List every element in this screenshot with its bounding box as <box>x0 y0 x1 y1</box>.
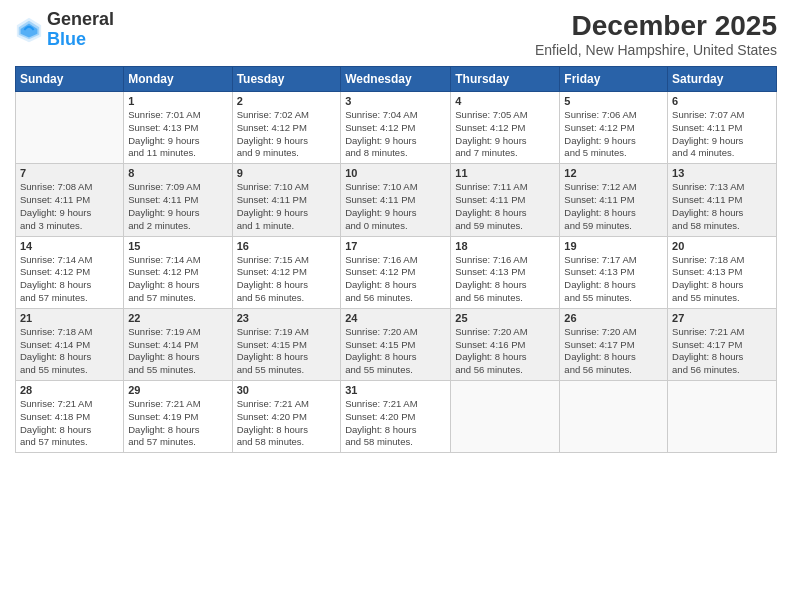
day-info: Sunrise: 7:06 AMSunset: 4:12 PMDaylight:… <box>564 109 663 160</box>
day-info: Sunrise: 7:20 AMSunset: 4:17 PMDaylight:… <box>564 326 663 377</box>
weekday-header-saturday: Saturday <box>668 67 777 92</box>
calendar-cell: 12Sunrise: 7:12 AMSunset: 4:11 PMDayligh… <box>560 164 668 236</box>
day-info: Sunrise: 7:02 AMSunset: 4:12 PMDaylight:… <box>237 109 337 160</box>
day-info: Sunrise: 7:14 AMSunset: 4:12 PMDaylight:… <box>20 254 119 305</box>
calendar-cell: 7Sunrise: 7:08 AMSunset: 4:11 PMDaylight… <box>16 164 124 236</box>
day-number: 4 <box>455 95 555 107</box>
weekday-header-thursday: Thursday <box>451 67 560 92</box>
day-info: Sunrise: 7:08 AMSunset: 4:11 PMDaylight:… <box>20 181 119 232</box>
calendar-cell: 25Sunrise: 7:20 AMSunset: 4:16 PMDayligh… <box>451 308 560 380</box>
calendar-cell: 30Sunrise: 7:21 AMSunset: 4:20 PMDayligh… <box>232 381 341 453</box>
day-number: 13 <box>672 167 772 179</box>
week-row-1: 1Sunrise: 7:01 AMSunset: 4:13 PMDaylight… <box>16 92 777 164</box>
day-info: Sunrise: 7:11 AMSunset: 4:11 PMDaylight:… <box>455 181 555 232</box>
day-info: Sunrise: 7:12 AMSunset: 4:11 PMDaylight:… <box>564 181 663 232</box>
day-info: Sunrise: 7:16 AMSunset: 4:13 PMDaylight:… <box>455 254 555 305</box>
calendar-cell: 1Sunrise: 7:01 AMSunset: 4:13 PMDaylight… <box>124 92 232 164</box>
month-title: December 2025 <box>535 10 777 42</box>
logo-text: General Blue <box>47 10 114 50</box>
day-info: Sunrise: 7:05 AMSunset: 4:12 PMDaylight:… <box>455 109 555 160</box>
calendar-cell: 13Sunrise: 7:13 AMSunset: 4:11 PMDayligh… <box>668 164 777 236</box>
day-info: Sunrise: 7:17 AMSunset: 4:13 PMDaylight:… <box>564 254 663 305</box>
logo-line1: General <box>47 10 114 30</box>
weekday-header-tuesday: Tuesday <box>232 67 341 92</box>
calendar-cell <box>451 381 560 453</box>
day-info: Sunrise: 7:10 AMSunset: 4:11 PMDaylight:… <box>345 181 446 232</box>
day-number: 6 <box>672 95 772 107</box>
calendar-cell: 31Sunrise: 7:21 AMSunset: 4:20 PMDayligh… <box>341 381 451 453</box>
day-number: 10 <box>345 167 446 179</box>
day-number: 15 <box>128 240 227 252</box>
calendar-cell: 18Sunrise: 7:16 AMSunset: 4:13 PMDayligh… <box>451 236 560 308</box>
calendar-cell: 24Sunrise: 7:20 AMSunset: 4:15 PMDayligh… <box>341 308 451 380</box>
day-number: 30 <box>237 384 337 396</box>
calendar-cell: 15Sunrise: 7:14 AMSunset: 4:12 PMDayligh… <box>124 236 232 308</box>
calendar-cell: 16Sunrise: 7:15 AMSunset: 4:12 PMDayligh… <box>232 236 341 308</box>
day-info: Sunrise: 7:16 AMSunset: 4:12 PMDaylight:… <box>345 254 446 305</box>
logo-line2: Blue <box>47 30 114 50</box>
day-info: Sunrise: 7:21 AMSunset: 4:19 PMDaylight:… <box>128 398 227 449</box>
calendar-cell: 8Sunrise: 7:09 AMSunset: 4:11 PMDaylight… <box>124 164 232 236</box>
day-number: 24 <box>345 312 446 324</box>
calendar-cell: 2Sunrise: 7:02 AMSunset: 4:12 PMDaylight… <box>232 92 341 164</box>
calendar-cell: 28Sunrise: 7:21 AMSunset: 4:18 PMDayligh… <box>16 381 124 453</box>
page: General Blue December 2025 Enfield, New … <box>0 0 792 612</box>
week-row-3: 14Sunrise: 7:14 AMSunset: 4:12 PMDayligh… <box>16 236 777 308</box>
day-info: Sunrise: 7:21 AMSunset: 4:20 PMDaylight:… <box>345 398 446 449</box>
day-number: 22 <box>128 312 227 324</box>
day-number: 5 <box>564 95 663 107</box>
day-info: Sunrise: 7:01 AMSunset: 4:13 PMDaylight:… <box>128 109 227 160</box>
logo: General Blue <box>15 10 114 50</box>
day-info: Sunrise: 7:15 AMSunset: 4:12 PMDaylight:… <box>237 254 337 305</box>
day-number: 20 <box>672 240 772 252</box>
day-info: Sunrise: 7:21 AMSunset: 4:17 PMDaylight:… <box>672 326 772 377</box>
calendar-cell: 17Sunrise: 7:16 AMSunset: 4:12 PMDayligh… <box>341 236 451 308</box>
day-info: Sunrise: 7:07 AMSunset: 4:11 PMDaylight:… <box>672 109 772 160</box>
day-number: 29 <box>128 384 227 396</box>
day-number: 2 <box>237 95 337 107</box>
calendar-cell <box>560 381 668 453</box>
day-number: 26 <box>564 312 663 324</box>
day-info: Sunrise: 7:19 AMSunset: 4:14 PMDaylight:… <box>128 326 227 377</box>
day-info: Sunrise: 7:19 AMSunset: 4:15 PMDaylight:… <box>237 326 337 377</box>
day-info: Sunrise: 7:18 AMSunset: 4:13 PMDaylight:… <box>672 254 772 305</box>
day-info: Sunrise: 7:20 AMSunset: 4:15 PMDaylight:… <box>345 326 446 377</box>
week-row-2: 7Sunrise: 7:08 AMSunset: 4:11 PMDaylight… <box>16 164 777 236</box>
day-info: Sunrise: 7:10 AMSunset: 4:11 PMDaylight:… <box>237 181 337 232</box>
day-number: 12 <box>564 167 663 179</box>
weekday-header-sunday: Sunday <box>16 67 124 92</box>
day-info: Sunrise: 7:21 AMSunset: 4:18 PMDaylight:… <box>20 398 119 449</box>
day-number: 23 <box>237 312 337 324</box>
calendar-cell: 10Sunrise: 7:10 AMSunset: 4:11 PMDayligh… <box>341 164 451 236</box>
day-number: 27 <box>672 312 772 324</box>
weekday-header-row: SundayMondayTuesdayWednesdayThursdayFrid… <box>16 67 777 92</box>
day-number: 25 <box>455 312 555 324</box>
weekday-header-monday: Monday <box>124 67 232 92</box>
day-info: Sunrise: 7:04 AMSunset: 4:12 PMDaylight:… <box>345 109 446 160</box>
week-row-4: 21Sunrise: 7:18 AMSunset: 4:14 PMDayligh… <box>16 308 777 380</box>
day-number: 11 <box>455 167 555 179</box>
day-number: 16 <box>237 240 337 252</box>
week-row-5: 28Sunrise: 7:21 AMSunset: 4:18 PMDayligh… <box>16 381 777 453</box>
calendar-cell <box>16 92 124 164</box>
calendar-cell: 19Sunrise: 7:17 AMSunset: 4:13 PMDayligh… <box>560 236 668 308</box>
calendar-cell: 20Sunrise: 7:18 AMSunset: 4:13 PMDayligh… <box>668 236 777 308</box>
calendar-cell: 11Sunrise: 7:11 AMSunset: 4:11 PMDayligh… <box>451 164 560 236</box>
day-number: 1 <box>128 95 227 107</box>
calendar-cell: 6Sunrise: 7:07 AMSunset: 4:11 PMDaylight… <box>668 92 777 164</box>
day-info: Sunrise: 7:14 AMSunset: 4:12 PMDaylight:… <box>128 254 227 305</box>
calendar-table: SundayMondayTuesdayWednesdayThursdayFrid… <box>15 66 777 453</box>
day-number: 28 <box>20 384 119 396</box>
day-info: Sunrise: 7:09 AMSunset: 4:11 PMDaylight:… <box>128 181 227 232</box>
day-number: 8 <box>128 167 227 179</box>
calendar-cell: 26Sunrise: 7:20 AMSunset: 4:17 PMDayligh… <box>560 308 668 380</box>
day-info: Sunrise: 7:20 AMSunset: 4:16 PMDaylight:… <box>455 326 555 377</box>
calendar-cell: 27Sunrise: 7:21 AMSunset: 4:17 PMDayligh… <box>668 308 777 380</box>
day-info: Sunrise: 7:18 AMSunset: 4:14 PMDaylight:… <box>20 326 119 377</box>
calendar-cell: 14Sunrise: 7:14 AMSunset: 4:12 PMDayligh… <box>16 236 124 308</box>
title-block: December 2025 Enfield, New Hampshire, Un… <box>535 10 777 58</box>
calendar-cell: 5Sunrise: 7:06 AMSunset: 4:12 PMDaylight… <box>560 92 668 164</box>
day-number: 14 <box>20 240 119 252</box>
calendar-cell: 29Sunrise: 7:21 AMSunset: 4:19 PMDayligh… <box>124 381 232 453</box>
day-number: 31 <box>345 384 446 396</box>
